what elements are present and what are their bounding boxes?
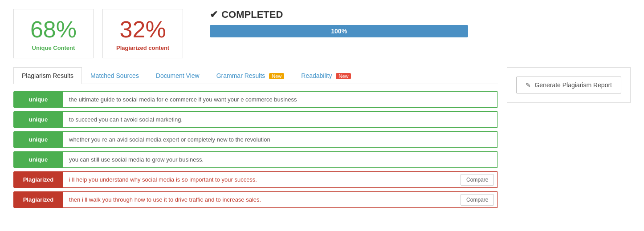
compare-button-6[interactable]: Compare xyxy=(461,194,494,206)
tab-document[interactable]: Document View xyxy=(147,67,208,84)
check-icon: ✔ xyxy=(210,9,218,20)
pencil-icon: ✎ xyxy=(526,81,531,89)
result-badge-6: Plagiarized xyxy=(14,192,63,207)
tab-grammar[interactable]: Grammar Results New xyxy=(208,67,293,84)
result-badge-5: Plagiarized xyxy=(14,172,63,187)
plagiarized-label: Plagiarized content xyxy=(116,45,169,51)
result-row-3: unique whether you re an avid social med… xyxy=(13,131,498,148)
result-row-1: unique the ultimate guide to social medi… xyxy=(13,91,498,108)
unique-percent: 68% xyxy=(27,16,80,43)
plagiarized-percent: 32% xyxy=(116,16,169,43)
grammar-badge: New xyxy=(269,73,284,79)
result-badge-3: unique xyxy=(14,132,63,147)
result-row-6: Plagiarized then i ll walk you through h… xyxy=(13,191,498,208)
result-badge-4: unique xyxy=(14,152,63,167)
completion-status: COMPLETED xyxy=(221,9,283,20)
tab-matched[interactable]: Matched Sources xyxy=(82,67,147,84)
tabs-row: Plagiarism Results Matched Sources Docum… xyxy=(13,67,498,84)
sidebar: ✎ Generate Plagiarism Report xyxy=(507,67,631,211)
readability-badge: New xyxy=(336,73,351,79)
result-text-2: to succeed you can t avoid social market… xyxy=(63,112,497,127)
generate-box: ✎ Generate Plagiarism Report xyxy=(507,67,631,103)
result-text-4: you can still use social media to grow y… xyxy=(63,152,497,167)
progress-bar: 100% xyxy=(210,25,468,37)
progress-percent: 100% xyxy=(331,28,347,35)
unique-content-box: 68% Unique Content xyxy=(13,9,94,58)
tab-readability[interactable]: Readability New xyxy=(293,67,359,84)
result-row-2: unique to succeed you can t avoid social… xyxy=(13,111,498,128)
result-text-5: i ll help you understand why social medi… xyxy=(63,172,461,187)
result-text-6: then i ll walk you through how to use it… xyxy=(63,192,461,207)
generate-report-button[interactable]: ✎ Generate Plagiarism Report xyxy=(516,77,621,93)
result-badge-1: unique xyxy=(14,92,63,107)
compare-button-5[interactable]: Compare xyxy=(461,174,494,186)
tab-plagiarism[interactable]: Plagiarism Results xyxy=(13,67,82,84)
completion-header: ✔ COMPLETED xyxy=(210,9,468,20)
result-row-4: unique you can still use social media to… xyxy=(13,151,498,168)
result-text-1: the ultimate guide to social media for e… xyxy=(63,92,497,107)
result-badge-2: unique xyxy=(14,112,63,127)
completion-area: ✔ COMPLETED 100% xyxy=(210,9,468,37)
result-row-5: Plagiarized i ll help you understand why… xyxy=(13,171,498,188)
result-text-3: whether you re an avid social media expe… xyxy=(63,132,497,147)
generate-report-label: Generate Plagiarism Report xyxy=(534,81,612,89)
unique-label: Unique Content xyxy=(27,45,80,51)
plagiarized-content-box: 32% Plagiarized content xyxy=(102,9,183,58)
results-area: Plagiarism Results Matched Sources Docum… xyxy=(13,67,498,211)
